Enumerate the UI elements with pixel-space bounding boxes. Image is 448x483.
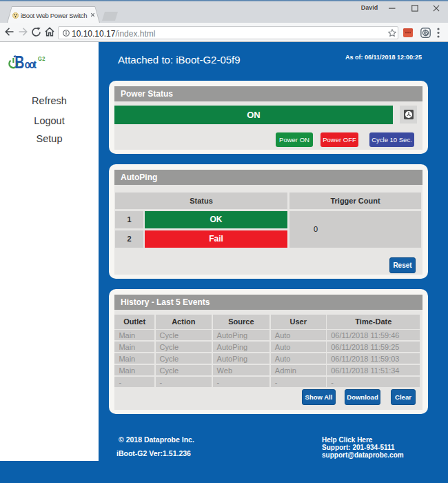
svg-text:G2: G2 (38, 55, 45, 62)
svg-text:oot: oot (25, 57, 37, 70)
svg-text:B: B (14, 52, 24, 72)
